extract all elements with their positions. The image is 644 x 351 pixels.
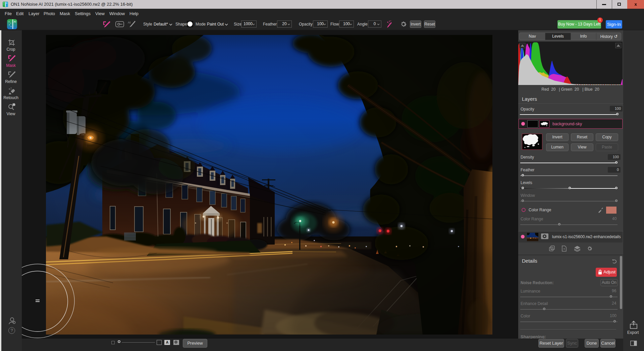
svg-text:AI: AI — [14, 20, 16, 23]
svg-text:AI: AI — [128, 21, 131, 24]
